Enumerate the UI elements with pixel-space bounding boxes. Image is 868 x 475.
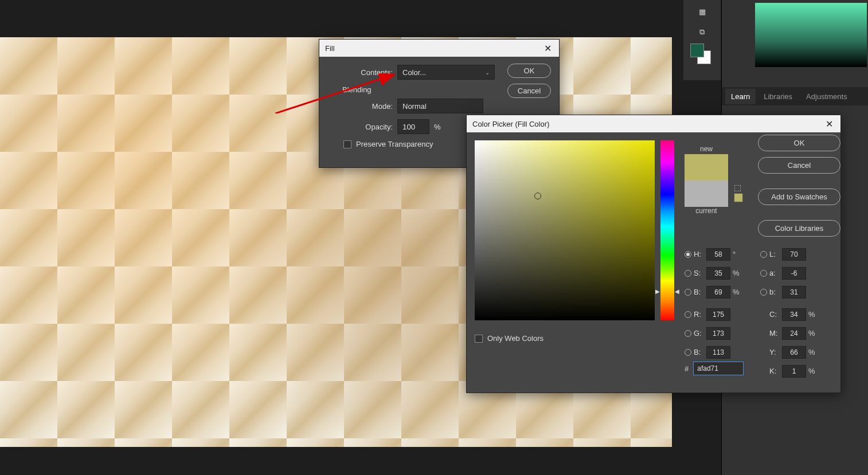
dialog-title: Fill bbox=[325, 44, 335, 53]
pct-unit: % bbox=[808, 310, 816, 319]
checkbox-icon bbox=[343, 140, 351, 148]
k-input[interactable] bbox=[782, 365, 806, 378]
l-label: L: bbox=[769, 250, 780, 258]
add-swatches-button[interactable]: Add to Swatches bbox=[758, 189, 840, 205]
tool-icon[interactable]: ⧉ bbox=[693, 23, 711, 41]
fg-bg-swatch[interactable] bbox=[690, 44, 711, 64]
color-picker-dialog: Color Picker (Fill Color) ✕ ▶ ◀ new curr… bbox=[466, 115, 841, 393]
tab-learn[interactable]: Learn bbox=[725, 89, 756, 104]
bb-label: b: bbox=[769, 288, 780, 296]
r-label: R: bbox=[694, 310, 704, 319]
bl-input[interactable] bbox=[706, 346, 730, 359]
hex-label: # bbox=[685, 364, 689, 373]
a-input[interactable] bbox=[782, 267, 806, 280]
b-label: B: bbox=[694, 288, 704, 296]
y-input[interactable] bbox=[782, 346, 806, 359]
g-label: G: bbox=[694, 329, 704, 337]
mode-value: Normal bbox=[402, 102, 427, 111]
checkbox-icon bbox=[475, 335, 483, 343]
contents-label: Contents: bbox=[329, 68, 393, 77]
contents-value: Color... bbox=[402, 68, 426, 77]
cancel-button[interactable]: Cancel bbox=[507, 84, 551, 98]
tool-column: ▦ ⧉ bbox=[683, 0, 721, 80]
c-input[interactable] bbox=[782, 308, 806, 321]
dialog-titlebar[interactable]: Color Picker (Fill Color) ✕ bbox=[467, 115, 840, 132]
warning-cube-icon[interactable]: ⬚ bbox=[734, 183, 741, 192]
color-cursor[interactable] bbox=[534, 193, 541, 199]
h-input[interactable] bbox=[706, 248, 730, 261]
ok-button[interactable]: OK bbox=[507, 64, 551, 78]
mode-select[interactable]: Normal bbox=[397, 99, 483, 113]
h-radio[interactable] bbox=[685, 251, 691, 258]
k-label: K: bbox=[769, 367, 780, 375]
dialog-titlebar[interactable]: Fill ✕ bbox=[319, 40, 559, 57]
b-input[interactable] bbox=[706, 286, 730, 299]
close-icon[interactable]: ✕ bbox=[542, 43, 553, 54]
close-icon[interactable]: ✕ bbox=[823, 119, 835, 129]
a-radio[interactable] bbox=[760, 270, 767, 277]
b-radio[interactable] bbox=[685, 289, 691, 296]
pct-unit: % bbox=[808, 329, 816, 337]
hue-arrow-left-icon: ▶ bbox=[655, 288, 660, 295]
r-input[interactable] bbox=[706, 308, 730, 321]
s-label: S: bbox=[694, 269, 704, 277]
cancel-button[interactable]: Cancel bbox=[758, 157, 840, 174]
owc-label: Only Web Colors bbox=[487, 334, 544, 343]
tab-adjustments[interactable]: Adjustments bbox=[800, 89, 853, 104]
tab-libraries[interactable]: Libraries bbox=[758, 89, 798, 104]
chevron-down-icon: ⌄ bbox=[485, 69, 490, 76]
color-libraries-button[interactable]: Color Libraries bbox=[758, 220, 840, 237]
c-label: C: bbox=[769, 310, 780, 319]
dialog-title: Color Picker (Fill Color) bbox=[472, 120, 549, 128]
l-input[interactable] bbox=[782, 248, 806, 261]
fg-color[interactable] bbox=[690, 44, 704, 57]
pct-unit: % bbox=[808, 367, 816, 375]
only-web-colors-checkbox[interactable]: Only Web Colors bbox=[475, 334, 544, 343]
r-radio[interactable] bbox=[685, 311, 691, 318]
contents-select[interactable]: Color... ⌄ bbox=[397, 65, 495, 80]
hue-slider[interactable] bbox=[660, 140, 674, 320]
tool-icon[interactable]: ▦ bbox=[693, 2, 711, 21]
current-label: current bbox=[685, 207, 728, 215]
opacity-input[interactable] bbox=[397, 119, 429, 134]
m-label: M: bbox=[769, 329, 780, 337]
bb-radio[interactable] bbox=[760, 289, 767, 296]
bl-label: B: bbox=[694, 348, 704, 356]
y-label: Y: bbox=[769, 348, 780, 356]
saturation-field[interactable] bbox=[475, 140, 655, 320]
g-radio[interactable] bbox=[685, 330, 691, 337]
hex-input[interactable] bbox=[693, 362, 744, 375]
deg-unit: ° bbox=[733, 250, 741, 258]
g-input[interactable] bbox=[706, 327, 730, 340]
new-color-swatch bbox=[685, 154, 728, 180]
new-label: new bbox=[685, 145, 728, 153]
opacity-label: Opacity: bbox=[329, 123, 393, 131]
nearest-web-swatch[interactable] bbox=[734, 193, 743, 202]
preserve-label: Preserve Transparency bbox=[356, 140, 433, 148]
pct-unit: % bbox=[733, 288, 741, 296]
bb-input[interactable] bbox=[782, 286, 806, 299]
current-color-swatch[interactable] bbox=[685, 180, 728, 207]
l-radio[interactable] bbox=[760, 251, 767, 258]
pct-unit: % bbox=[808, 348, 816, 356]
h-label: H: bbox=[694, 250, 704, 258]
m-input[interactable] bbox=[782, 327, 806, 340]
pct-unit: % bbox=[733, 269, 741, 277]
hue-arrow-right-icon: ◀ bbox=[675, 288, 679, 295]
opacity-unit: % bbox=[434, 123, 441, 131]
ok-button[interactable]: OK bbox=[758, 135, 840, 151]
a-label: a: bbox=[769, 269, 780, 277]
s-input[interactable] bbox=[706, 267, 730, 280]
panel-tabs: Learn Libraries Adjustments bbox=[722, 87, 868, 105]
s-radio[interactable] bbox=[685, 270, 691, 277]
bl-radio[interactable] bbox=[685, 349, 691, 356]
mode-label: Mode: bbox=[329, 102, 393, 111]
color-ramp-preview[interactable] bbox=[755, 3, 867, 67]
